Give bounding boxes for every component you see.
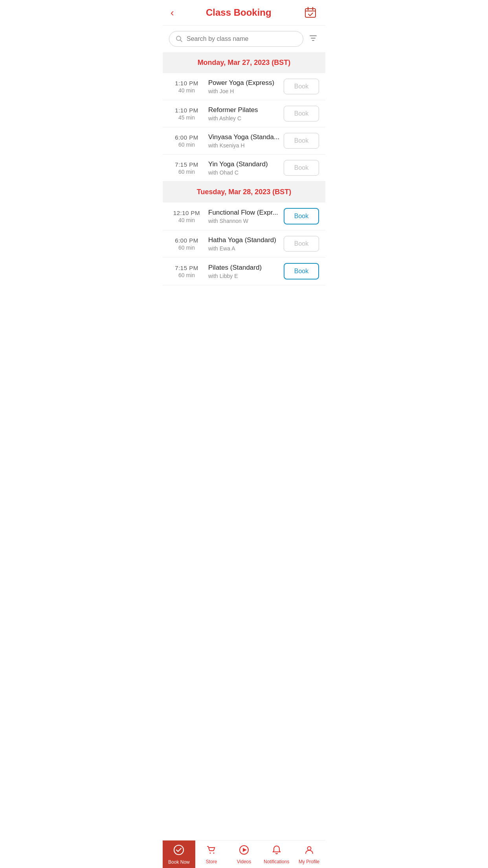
class-info: Hatha Yoga (Standard)with Ewa A bbox=[204, 236, 284, 252]
svg-line-5 bbox=[180, 40, 182, 42]
class-time: 7:15 PM60 min bbox=[169, 265, 204, 278]
date-label-1: Tuesday, Mar 28, 2023 (BST) bbox=[169, 188, 319, 196]
book-button[interactable]: Book bbox=[284, 236, 319, 252]
book-button[interactable]: Book bbox=[284, 160, 319, 176]
class-info: Reformer Pilateswith Ashley C bbox=[204, 106, 284, 121]
search-icon bbox=[176, 35, 183, 42]
class-instructor: with Ashley C bbox=[208, 115, 280, 121]
class-name: Vinyasa Yoga (Standa... bbox=[208, 133, 280, 141]
class-time: 6:00 PM60 min bbox=[169, 134, 204, 148]
header: ‹ Class Booking bbox=[163, 0, 325, 26]
class-name: Functional Flow (Expr... bbox=[208, 209, 280, 217]
book-button[interactable]: Book bbox=[284, 106, 319, 121]
table-row: 7:15 PM60 minPilates (Standard)with Libb… bbox=[163, 257, 325, 285]
search-bar bbox=[163, 26, 325, 52]
class-time: 7:15 PM60 min bbox=[169, 161, 204, 175]
class-name: Power Yoga (Express) bbox=[208, 79, 280, 87]
filter-button[interactable] bbox=[307, 32, 319, 46]
date-header-0: Monday, Mar 27, 2023 (BST) bbox=[163, 52, 325, 73]
time-value: 1:10 PM bbox=[169, 107, 204, 114]
class-info: Functional Flow (Expr...with Shannon W bbox=[204, 209, 284, 224]
class-instructor: with Kseniya H bbox=[208, 142, 280, 149]
duration-value: 60 min bbox=[169, 245, 204, 251]
class-info: Vinyasa Yoga (Standa...with Kseniya H bbox=[204, 133, 284, 149]
book-button[interactable]: Book bbox=[284, 133, 319, 149]
class-info: Yin Yoga (Standard)with Ohad C bbox=[204, 160, 284, 176]
search-input[interactable] bbox=[187, 35, 297, 42]
class-instructor: with Joe H bbox=[208, 88, 280, 94]
table-row: 12:10 PM40 minFunctional Flow (Expr...wi… bbox=[163, 202, 325, 230]
page-title: Class Booking bbox=[174, 7, 303, 18]
date-header-1: Tuesday, Mar 28, 2023 (BST) bbox=[163, 182, 325, 202]
class-instructor: with Ohad C bbox=[208, 169, 280, 176]
date-label-0: Monday, Mar 27, 2023 (BST) bbox=[169, 59, 319, 67]
back-button[interactable]: ‹ bbox=[171, 7, 174, 18]
time-value: 7:15 PM bbox=[169, 265, 204, 271]
class-info: Power Yoga (Express)with Joe H bbox=[204, 79, 284, 94]
table-row: 6:00 PM60 minHatha Yoga (Standard)with E… bbox=[163, 230, 325, 257]
time-value: 1:10 PM bbox=[169, 80, 204, 86]
class-instructor: with Ewa A bbox=[208, 245, 280, 252]
class-name: Pilates (Standard) bbox=[208, 264, 280, 272]
svg-rect-0 bbox=[305, 9, 316, 17]
filter-icon bbox=[309, 34, 317, 42]
class-time: 1:10 PM45 min bbox=[169, 107, 204, 121]
duration-value: 45 min bbox=[169, 114, 204, 121]
time-value: 7:15 PM bbox=[169, 161, 204, 168]
class-name: Reformer Pilates bbox=[208, 106, 280, 114]
table-row: 1:10 PM45 minReformer Pilateswith Ashley… bbox=[163, 100, 325, 127]
class-instructor: with Libby E bbox=[208, 273, 280, 279]
class-info: Pilates (Standard)with Libby E bbox=[204, 264, 284, 279]
time-value: 12:10 PM bbox=[169, 210, 204, 216]
duration-value: 60 min bbox=[169, 272, 204, 278]
class-time: 1:10 PM40 min bbox=[169, 80, 204, 94]
table-row: 1:10 PM40 minPower Yoga (Express)with Jo… bbox=[163, 73, 325, 100]
book-button[interactable]: Book bbox=[284, 208, 319, 224]
duration-value: 60 min bbox=[169, 169, 204, 175]
calendar-check-icon bbox=[305, 7, 316, 18]
table-row: 6:00 PM60 minVinyasa Yoga (Standa...with… bbox=[163, 127, 325, 154]
classes-content: Monday, Mar 27, 2023 (BST)1:10 PM40 minP… bbox=[163, 52, 325, 317]
search-input-wrapper bbox=[169, 31, 303, 47]
duration-value: 40 min bbox=[169, 87, 204, 94]
time-value: 6:00 PM bbox=[169, 134, 204, 141]
class-instructor: with Shannon W bbox=[208, 218, 280, 224]
class-time: 12:10 PM40 min bbox=[169, 210, 204, 223]
time-value: 6:00 PM bbox=[169, 237, 204, 244]
calendar-button[interactable] bbox=[303, 6, 317, 20]
book-button[interactable]: Book bbox=[284, 79, 319, 94]
class-name: Hatha Yoga (Standard) bbox=[208, 236, 280, 244]
class-time: 6:00 PM60 min bbox=[169, 237, 204, 251]
table-row: 7:15 PM60 minYin Yoga (Standard)with Oha… bbox=[163, 154, 325, 182]
duration-value: 60 min bbox=[169, 142, 204, 148]
book-button[interactable]: Book bbox=[284, 263, 319, 280]
class-name: Yin Yoga (Standard) bbox=[208, 160, 280, 168]
duration-value: 40 min bbox=[169, 217, 204, 223]
